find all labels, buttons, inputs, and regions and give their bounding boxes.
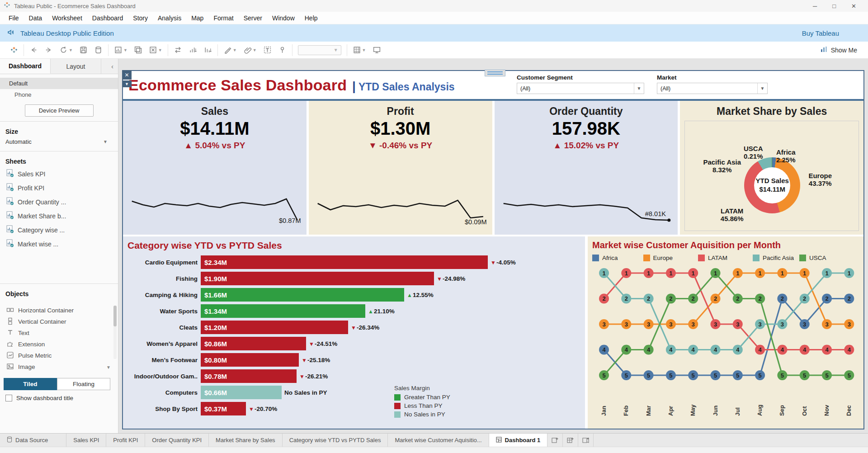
floating-button[interactable]: Floating bbox=[57, 378, 110, 390]
presentation-mode-icon[interactable] bbox=[373, 46, 381, 54]
sidebar-sheet-sales-kpi[interactable]: Sales KPI bbox=[0, 167, 118, 181]
sheet-tab-data-source[interactable]: Data Source bbox=[0, 434, 66, 447]
sort-descending-icon[interactable] bbox=[203, 46, 212, 54]
kpi-delta: ▲ 15.02% vs PY bbox=[495, 141, 678, 151]
menu-story[interactable]: Story bbox=[128, 14, 153, 22]
object-text[interactable]: Text bbox=[0, 327, 118, 339]
container-menu-icon[interactable]: ▼ bbox=[122, 80, 132, 87]
category-chart-card[interactable]: Category wise YTD vs PYTD Sales Cardio E… bbox=[123, 236, 585, 429]
sales-kpi-card[interactable]: Sales $14.11M ▲ 5.04% vs PY $0.87M bbox=[123, 101, 307, 235]
buy-tableau-link[interactable]: Buy Tableau bbox=[802, 29, 839, 37]
category-bar[interactable]: $1.90M bbox=[201, 272, 434, 285]
menu-help[interactable]: Help bbox=[300, 14, 323, 22]
bump-legend-africa[interactable]: Africa bbox=[592, 255, 618, 261]
menu-worksheet[interactable]: Worksheet bbox=[47, 14, 87, 22]
category-bar[interactable]: $0.37M bbox=[201, 402, 246, 415]
fit-dropdown[interactable]: ▼ bbox=[298, 45, 341, 55]
sheet-tab-sales-kpi[interactable]: Sales KPI bbox=[66, 434, 106, 447]
collapse-pane-icon[interactable]: ‹ bbox=[107, 62, 118, 70]
sort-ascending-icon[interactable] bbox=[189, 46, 197, 54]
objects-scrollbar[interactable] bbox=[113, 306, 117, 359]
add-data-icon[interactable] bbox=[94, 46, 103, 54]
bump-legend-pacific-asia[interactable]: Pacific Asia bbox=[753, 255, 794, 261]
minimize-icon[interactable]: ─ bbox=[813, 3, 817, 9]
object-extension[interactable]: Extension bbox=[0, 339, 118, 350]
tab-layout[interactable]: Layout bbox=[51, 59, 101, 74]
category-bar[interactable]: $1.34M bbox=[201, 304, 365, 318]
sidebar-sheet-market-share-b[interactable]: Market Share b... bbox=[0, 209, 118, 223]
device-mode-default[interactable]: Default bbox=[0, 78, 118, 89]
menu-analysis[interactable]: Analysis bbox=[153, 14, 186, 22]
sheet-tab-order-quantity-kpi[interactable]: Order Quantity KPI bbox=[145, 434, 209, 447]
device-mode-phone[interactable]: Phone bbox=[0, 89, 118, 100]
sidebar-sheet-order-quantity[interactable]: Order Quantity ... bbox=[0, 195, 118, 209]
legend-item-less-than-py[interactable]: Less Than PY bbox=[394, 402, 450, 409]
cell-size-icon[interactable]: ▼ bbox=[353, 46, 366, 54]
filter-customer-segment-dropdown[interactable]: (All) ▼ bbox=[517, 83, 644, 94]
text-label-icon[interactable] bbox=[263, 46, 272, 54]
order-quantity-kpi-card[interactable]: Order Quantity 157.98K ▲ 15.02% vs PY #8… bbox=[495, 101, 678, 235]
market-share-card[interactable]: Market Share by Sales YTD Sales $14.11M … bbox=[680, 101, 863, 235]
category-bar[interactable]: $2.34M bbox=[201, 255, 488, 269]
new-worksheet-tab-icon[interactable] bbox=[547, 434, 563, 447]
filter-market-dropdown[interactable]: (All) ▼ bbox=[657, 83, 768, 94]
save-icon[interactable] bbox=[79, 46, 88, 54]
sheet-tab-dashboard-1[interactable]: Dashboard 1 bbox=[489, 434, 548, 447]
show-me-button[interactable]: Show Me bbox=[821, 46, 863, 54]
menu-map[interactable]: Map bbox=[186, 14, 208, 22]
category-bar[interactable]: $0.80M bbox=[201, 353, 299, 367]
tableau-home-icon[interactable] bbox=[10, 46, 18, 54]
clear-sheet-icon[interactable]: ▼ bbox=[149, 46, 162, 54]
container-drag-handle[interactable] bbox=[485, 70, 505, 76]
replay-icon[interactable]: ▼ bbox=[59, 46, 73, 54]
menu-window[interactable]: Window bbox=[267, 14, 300, 22]
bump-legend-latam[interactable]: LATAM bbox=[698, 255, 727, 261]
menu-dashboard[interactable]: Dashboard bbox=[87, 14, 128, 22]
bump-chart-card[interactable]: Market wise Customer Aquisition per Mont… bbox=[588, 236, 863, 429]
size-dropdown[interactable]: Automatic ▼ bbox=[0, 137, 108, 146]
undo-icon[interactable] bbox=[29, 46, 38, 54]
legend-item-no-sales-in-py[interactable]: No Sales in PY bbox=[394, 411, 450, 418]
new-story-tab-icon[interactable] bbox=[578, 434, 594, 447]
menu-data[interactable]: Data bbox=[24, 14, 47, 22]
image-dropdown-icon[interactable]: ▼ bbox=[106, 365, 111, 370]
profit-kpi-card[interactable]: Profit $1.30M ▼ -0.46% vs PY $0.09M bbox=[309, 101, 492, 235]
close-icon[interactable]: ✕ bbox=[851, 3, 856, 9]
sidebar-sheet-market-wise[interactable]: Market wise ... bbox=[0, 237, 118, 251]
category-bar[interactable]: $1.20M bbox=[201, 321, 348, 334]
new-worksheet-icon[interactable]: ▼ bbox=[114, 46, 127, 54]
new-dashboard-tab-icon[interactable] bbox=[563, 434, 578, 447]
object-vertical-container[interactable]: Vertical Container bbox=[0, 316, 118, 327]
menu-file[interactable]: File bbox=[4, 14, 24, 22]
format-links-icon[interactable]: ▼ bbox=[243, 46, 257, 54]
object-pulse-metric[interactable]: Pulse Metric bbox=[0, 350, 118, 361]
device-preview-button[interactable]: Device Preview bbox=[25, 104, 94, 117]
legend-item-greater-than-py[interactable]: Greater Than PY bbox=[394, 394, 450, 401]
maximize-icon[interactable]: □ bbox=[832, 3, 836, 9]
show-dashboard-title-checkbox[interactable] bbox=[5, 395, 12, 401]
sheet-tab-category-wise-ytd-vs-pytd-sales[interactable]: Category wise YTD vs PYTD Sales bbox=[283, 434, 388, 447]
tiled-button[interactable]: Tiled bbox=[4, 378, 57, 390]
category-bar[interactable]: $1.66M bbox=[201, 288, 404, 302]
bump-legend-usca[interactable]: USCA bbox=[799, 255, 826, 261]
sidebar-sheet-category-wise[interactable]: Category wise ... bbox=[0, 223, 118, 237]
duplicate-sheet-icon[interactable] bbox=[134, 46, 142, 54]
menu-format[interactable]: Format bbox=[208, 14, 238, 22]
sheet-tab-profit-kpi[interactable]: Profit KPI bbox=[106, 434, 145, 447]
object-horizontal-container[interactable]: Horizontal Container bbox=[0, 305, 118, 316]
redo-icon[interactable] bbox=[44, 46, 53, 54]
pin-icon[interactable] bbox=[278, 46, 287, 54]
object-image[interactable]: Image bbox=[0, 361, 118, 373]
tab-dashboard[interactable]: Dashboard bbox=[0, 59, 51, 74]
highlight-icon[interactable]: ▼ bbox=[223, 46, 237, 54]
category-bar[interactable]: $0.86M bbox=[201, 337, 306, 350]
swap-axes-icon[interactable] bbox=[174, 46, 182, 54]
menu-server[interactable]: Server bbox=[239, 14, 267, 22]
sheet-tab-market-wise-customer-aquisitio[interactable]: Market wise Customer Aquisitio... bbox=[388, 434, 489, 447]
category-bar[interactable]: $0.66M bbox=[201, 386, 282, 399]
category-bar[interactable]: $0.78M bbox=[201, 369, 297, 383]
bump-legend-europe[interactable]: Europe bbox=[643, 255, 673, 261]
sheet-tab-market-share-by-sales[interactable]: Market Share by Sales bbox=[209, 434, 283, 447]
sidebar-sheet-profit-kpi[interactable]: Profit KPI bbox=[0, 181, 118, 195]
remove-container-icon[interactable]: ✕ bbox=[122, 70, 132, 80]
